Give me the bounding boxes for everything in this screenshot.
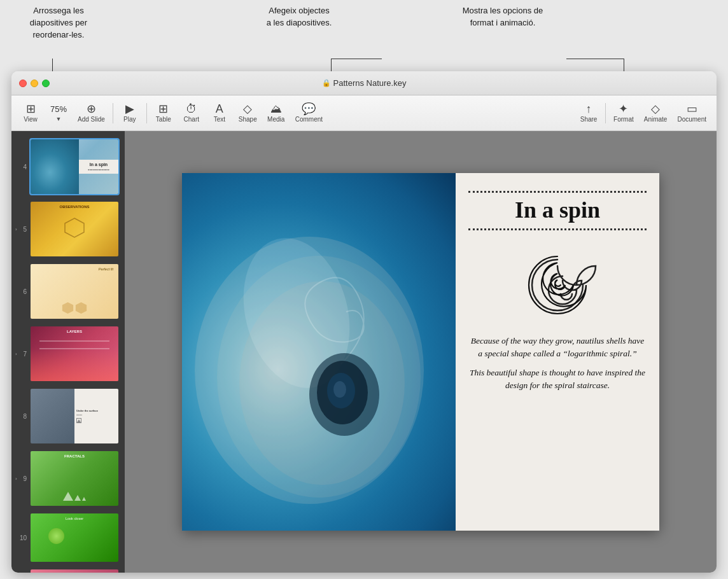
slide-item-5[interactable]: › 5 OBSERVATIONS <box>14 199 122 260</box>
table-icon: ⊞ <box>158 103 168 115</box>
spiral-shape <box>513 241 602 330</box>
zoom-button[interactable]: 75% ▼ <box>45 102 73 125</box>
toolbar: ⊞ View 75% ▼ ⊕ Add Slide ▶ Play ⊞ Table … <box>11 95 717 131</box>
animate-icon: ◇ <box>651 103 660 115</box>
slide-number-6: 6 <box>17 288 27 295</box>
share-icon: ↑ <box>586 103 592 115</box>
slide-thumb-10[interactable]: Look closer <box>29 512 120 563</box>
slide-thumb-5[interactable]: OBSERVATIONS <box>29 200 120 258</box>
comment-icon: 💬 <box>302 103 316 115</box>
text-button[interactable]: A Text <box>206 101 234 125</box>
slide-title: In a spin <box>515 198 600 223</box>
slide-number-10: 10 <box>17 534 27 541</box>
add-slide-icon: ⊕ <box>87 103 96 115</box>
close-button[interactable] <box>19 80 27 87</box>
slide-canvas: In a spin Because of the way they grow, … <box>182 173 659 531</box>
slide-item-9[interactable]: › 9 FRACTALS <box>14 448 122 509</box>
slide-item-10[interactable]: 10 Look closer <box>14 510 122 565</box>
animate-button[interactable]: ◇ Animate <box>639 101 673 125</box>
slide-thumb-8[interactable]: Under the surface ●●●●● <box>29 387 120 445</box>
slide-item-6[interactable]: 6 Perfect fit <box>14 261 122 322</box>
slide-thumb-11[interactable]: SYMMETRIES <box>29 568 120 573</box>
slide-number-5: 5 <box>17 226 27 233</box>
shape-icon: ◇ <box>243 103 252 115</box>
play-button[interactable]: ▶ Play <box>116 101 144 125</box>
view-icon: ⊞ <box>26 103 36 115</box>
media-icon: ⛰ <box>270 103 282 115</box>
tooltip-line-middle-h <box>331 59 382 59</box>
document-button[interactable]: ▭ Document <box>672 101 711 125</box>
table-button[interactable]: ⊞ Table <box>150 101 178 125</box>
slide-thumb-7[interactable]: LAYERS <box>29 325 120 382</box>
title-bar: 🔒 Patterns Nature.key <box>11 71 717 95</box>
minimize-button[interactable] <box>31 80 38 87</box>
slide-text-area: In a spin Because of the way they grow, … <box>456 173 659 531</box>
chart-button[interactable]: ⏱ Chart <box>178 101 206 125</box>
format-button[interactable]: ✦ Format <box>608 101 639 125</box>
toolbar-separator-2 <box>146 103 147 123</box>
toolbar-separator-3 <box>605 103 606 123</box>
slide-body-text-1: Because of the way they grow, nautilus s… <box>468 335 647 361</box>
tooltip-area: Arrossega les diapositives per reordenar… <box>0 0 728 81</box>
window-title: 🔒 Patterns Nature.key <box>322 78 407 88</box>
slide-number-8: 8 <box>17 413 27 420</box>
add-slide-button[interactable]: ⊕ Add Slide <box>73 101 110 125</box>
svg-point-11 <box>333 381 346 398</box>
media-button[interactable]: ⛰ Media <box>262 101 290 125</box>
document-icon: ▭ <box>687 103 697 115</box>
comment-button[interactable]: 💬 Comment <box>290 101 328 125</box>
slide-image <box>182 173 456 531</box>
slide-number-7: 7 <box>17 351 27 358</box>
maximize-button[interactable] <box>42 80 50 87</box>
slide-thumb-4[interactable]: In a spin ●●●●●●●●●●●●●● <box>29 138 120 195</box>
dotted-line-top <box>468 191 647 193</box>
svg-marker-0 <box>65 218 84 237</box>
chart-icon: ⏱ <box>186 103 197 115</box>
slide-item-7[interactable]: › 7 LAYERS <box>14 323 122 384</box>
tooltip-left: Arrossega les diapositives per reordenar… <box>14 5 103 41</box>
app-window: 🔒 Patterns Nature.key ⊞ View 75% ▼ ⊕ Add… <box>11 71 717 573</box>
slide-item-8[interactable]: 8 Under the surface ●●●●● <box>14 386 122 447</box>
slide-thumb-9[interactable]: FRACTALS <box>29 450 120 507</box>
play-icon: ▶ <box>125 103 134 115</box>
slide-number-9: 9 <box>17 475 27 482</box>
tooltip-right: Mostra les opcions de format i animació. <box>433 5 573 29</box>
shape-button[interactable]: ◇ Shape <box>234 101 262 125</box>
tooltip-middle: Afegeix objectes a les diapositives. <box>242 5 356 29</box>
slide-number-4: 4 <box>17 164 27 171</box>
traffic-lights <box>19 80 50 87</box>
spiral-svg <box>516 244 599 326</box>
main-content: 4 In a spin ●●●●●●●●●●●●●● › 5 <box>11 131 717 573</box>
slide-item-4[interactable]: 4 In a spin ●●●●●●●●●●●●●● <box>14 136 122 197</box>
canvas-area[interactable]: In a spin Because of the way they grow, … <box>125 131 717 573</box>
text-icon: A <box>216 103 223 115</box>
slide-item-11[interactable]: › 11 SYMMETRIES <box>14 566 122 573</box>
format-icon: ✦ <box>619 103 628 115</box>
toolbar-separator-1 <box>113 103 113 123</box>
slide-body-text-2: This beautiful shape is thought to have … <box>468 366 647 393</box>
tooltip-line-right-h <box>566 59 624 59</box>
view-button[interactable]: ⊞ View <box>17 101 45 125</box>
zoom-chevron-icon: ▼ <box>56 116 62 122</box>
lock-icon: 🔒 <box>322 79 331 87</box>
slide-panel[interactable]: 4 In a spin ●●●●●●●●●●●●●● › 5 <box>11 131 125 573</box>
nautilus-svg <box>182 173 456 531</box>
slide-thumb-6[interactable]: Perfect fit <box>29 263 120 320</box>
share-button[interactable]: ↑ Share <box>575 101 603 125</box>
dotted-line-bottom <box>468 228 647 230</box>
